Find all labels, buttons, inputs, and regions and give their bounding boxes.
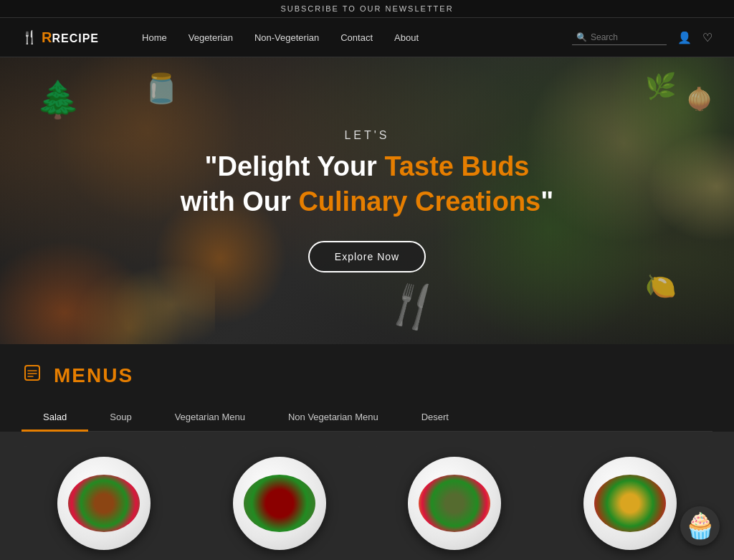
nav-about[interactable]: About <box>394 32 419 43</box>
banner-text: SUBSCRIBE TO OUR NEWSLETTER <box>280 4 453 13</box>
hero-title-orange2: Culinary Creations <box>298 186 540 217</box>
plate <box>233 457 326 550</box>
lemon-decoration: 🍋 <box>645 272 677 301</box>
plate <box>57 457 151 550</box>
nav-links: Home Vegeterian Non-Vegeterian Contact A… <box>142 31 572 44</box>
explore-button[interactable]: Explore Now <box>308 241 426 272</box>
logo[interactable]: 🍴 RRECIPE <box>22 29 99 46</box>
food-grid: Spanish Salad Leafy Green Salad Cucumber… <box>0 432 734 560</box>
nav-right: 🔍 👤 ♡ <box>572 30 712 45</box>
nav-non-vegeterian[interactable]: Non-Vegeterian <box>254 32 319 43</box>
tab-vegetarian[interactable]: Vegetarian Menu <box>153 403 267 431</box>
menus-title: MENUS <box>54 364 133 387</box>
hero-content: LET'S "Delight Your Taste Buds with Our … <box>181 129 554 273</box>
menus-icon <box>22 362 43 389</box>
cupcake-icon-symbol: 🧁 <box>685 511 716 541</box>
hero-title-orange1: Taste Buds <box>384 151 529 181</box>
navbar: 🍴 RRECIPE Home Vegeterian Non-Vegeterian… <box>0 18 734 57</box>
spanish-salad-food <box>68 475 140 532</box>
leafy-salad-image <box>197 446 362 560</box>
tab-soup[interactable]: Soup <box>88 403 153 431</box>
menus-header: MENUS <box>22 362 712 389</box>
card-fattoush-salad[interactable]: Fattoush Salad <box>548 446 712 560</box>
hero-title-part2: with Our <box>181 186 299 217</box>
nav-home[interactable]: Home <box>142 32 167 43</box>
hero-title-part1: "Delight Your <box>205 151 385 181</box>
hero-title-part3: " <box>540 186 553 217</box>
fattoush-salad-image <box>548 446 712 560</box>
fattoush-salad-food <box>594 475 666 532</box>
menu-tabs: Salad Soup Vegetarian Menu Non Vegetaria… <box>22 403 712 432</box>
card-leafy-salad[interactable]: Leafy Green Salad <box>197 446 362 560</box>
search-icon: 🔍 <box>576 32 587 42</box>
heart-icon[interactable]: ♡ <box>702 31 712 44</box>
tab-desert[interactable]: Desert <box>400 403 470 431</box>
spanish-salad-image <box>22 446 186 560</box>
search-input[interactable] <box>591 32 662 42</box>
herb-decoration: 🌿 <box>645 72 677 101</box>
cucumber-salad-image <box>373 446 538 560</box>
tab-salad[interactable]: Salad <box>22 403 88 431</box>
card-cucumber-salad[interactable]: Cucumber Salad <box>373 446 538 560</box>
nav-contact[interactable]: Contact <box>340 32 373 43</box>
cupcake-float-button[interactable]: 🧁 <box>680 506 720 546</box>
newsletter-banner: SUBSCRIBE TO OUR NEWSLETTER <box>0 0 734 18</box>
hero-lets-text: LET'S <box>181 129 554 142</box>
cucumber-salad-food <box>419 475 490 532</box>
menus-section: MENUS Salad Soup Vegetarian Menu Non Veg… <box>0 344 734 432</box>
garlic-decoration: 🧅 <box>686 86 712 111</box>
logo-text: RRECIPE <box>42 29 99 46</box>
card-spanish-salad[interactable]: Spanish Salad <box>22 446 186 560</box>
plate <box>408 457 501 550</box>
tab-non-vegetarian[interactable]: Non Vegetarian Menu <box>267 403 400 431</box>
pinecone-decoration: 🌲 <box>36 79 80 120</box>
bottle-decoration: 🫙 <box>143 72 179 105</box>
user-icon[interactable]: 👤 <box>677 31 692 44</box>
plate <box>583 457 677 550</box>
nav-vegeterian[interactable]: Vegeterian <box>189 32 233 43</box>
hero-title: "Delight Your Taste Buds with Our Culina… <box>181 149 554 220</box>
hero-section: 🌲 🫙 🌿 🧅 🍋 🍴 LET'S "Delight Your Taste Bu… <box>0 57 734 344</box>
search-box[interactable]: 🔍 <box>572 30 667 45</box>
leafy-salad-food <box>244 475 315 532</box>
logo-icon: 🍴 <box>22 29 37 45</box>
